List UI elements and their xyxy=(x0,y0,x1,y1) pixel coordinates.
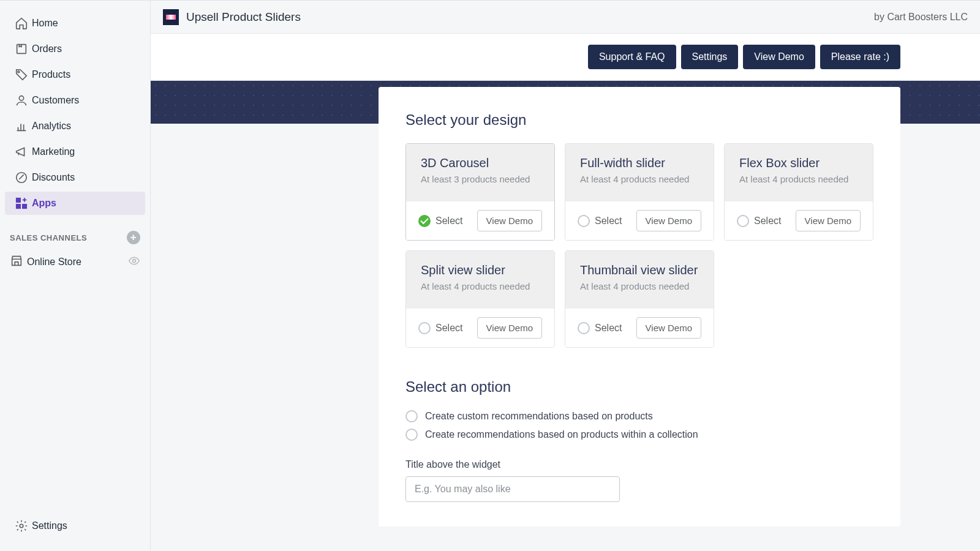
svg-point-7 xyxy=(133,260,136,263)
channel-label: Online Store xyxy=(27,257,81,268)
svg-point-2 xyxy=(19,96,23,100)
nav-label: Products xyxy=(32,69,70,80)
design-subtitle: At least 3 products needed xyxy=(421,174,540,184)
nav-label: Customers xyxy=(32,95,79,106)
design-title: Thumbnail view slider xyxy=(580,263,699,277)
nav-customers[interactable]: Customers xyxy=(5,89,145,112)
select-label: Select xyxy=(754,216,781,227)
select-label: Select xyxy=(435,323,462,334)
design-grid: 3D Carousel At least 3 products needed S… xyxy=(405,143,873,348)
option-label: Create recommendations based on products… xyxy=(425,429,698,440)
svg-point-1 xyxy=(18,71,20,73)
radio-icon xyxy=(578,322,590,334)
nav-label: Analytics xyxy=(32,121,71,132)
design-title: 3D Carousel xyxy=(421,156,540,170)
nav-marketing[interactable]: Marketing xyxy=(5,140,145,163)
channel-online-store[interactable]: Online Store xyxy=(0,249,150,275)
main-card: Select your design 3D Carousel At least … xyxy=(379,87,900,527)
app-title: Upsell Product Sliders xyxy=(186,10,301,24)
chart-icon xyxy=(15,119,32,133)
view-demo-button[interactable]: View Demo xyxy=(477,317,542,339)
orders-icon xyxy=(15,42,32,56)
rate-button[interactable]: Please rate :) xyxy=(820,45,900,69)
settings-button[interactable]: Settings xyxy=(681,45,739,69)
design-subtitle: At least 4 products needed xyxy=(580,174,699,184)
main: Upsell Product Sliders by Cart Boosters … xyxy=(151,1,980,551)
radio-icon xyxy=(405,429,418,441)
svg-rect-5 xyxy=(17,204,20,208)
select-radio[interactable]: Select xyxy=(578,215,622,227)
nav-label: Marketing xyxy=(32,146,75,157)
design-card-3d-carousel: 3D Carousel At least 3 products needed S… xyxy=(405,143,555,241)
sales-channels-header: SALES CHANNELS + xyxy=(0,226,150,249)
nav-label: Settings xyxy=(32,520,67,531)
view-demo-button[interactable]: View Demo xyxy=(796,210,861,231)
home-icon xyxy=(15,17,32,30)
option-label: Create custom recommendations based on p… xyxy=(425,411,653,422)
design-title: Split view slider xyxy=(421,263,540,277)
support-button[interactable]: Support & FAQ xyxy=(588,45,676,69)
nav-analytics[interactable]: Analytics xyxy=(5,114,145,138)
select-label: Select xyxy=(435,216,462,227)
preview-store-button[interactable] xyxy=(128,255,140,269)
radio-icon xyxy=(405,410,418,422)
select-label: Select xyxy=(595,323,622,334)
nav-label: Discounts xyxy=(32,172,75,183)
app-byline: by Cart Boosters LLC xyxy=(874,12,968,23)
select-radio[interactable]: Select xyxy=(418,322,462,334)
view-demo-button[interactable]: View Demo xyxy=(477,210,542,231)
svg-point-8 xyxy=(20,524,23,528)
design-card-full-width: Full-width slider At least 4 products ne… xyxy=(565,143,714,241)
discount-icon xyxy=(15,171,32,184)
option-custom-products[interactable]: Create custom recommendations based on p… xyxy=(405,410,873,422)
svg-rect-4 xyxy=(17,198,20,202)
sidebar: Home Orders Products Customers Analytics… xyxy=(0,1,151,551)
action-bar: Support & FAQ Settings View Demo Please … xyxy=(151,34,980,81)
design-card-split-view: Split view slider At least 4 products ne… xyxy=(405,250,555,348)
megaphone-icon xyxy=(15,145,32,159)
radio-icon xyxy=(737,215,749,227)
tag-icon xyxy=(15,68,32,81)
select-radio[interactable]: Select xyxy=(578,322,622,334)
design-subtitle: At least 4 products needed xyxy=(421,281,540,291)
svg-rect-6 xyxy=(23,204,26,208)
design-title: Full-width slider xyxy=(580,156,699,170)
radio-icon xyxy=(578,215,590,227)
select-radio[interactable]: Select xyxy=(418,215,462,227)
person-icon xyxy=(15,94,32,107)
design-subtitle: At least 4 products needed xyxy=(580,281,699,291)
gear-icon xyxy=(15,519,32,533)
view-demo-button[interactable]: View Demo xyxy=(743,45,815,69)
app-logo xyxy=(163,9,179,25)
options-heading: Select an option xyxy=(405,378,873,395)
title-field-label: Title above the widget xyxy=(405,459,873,470)
view-demo-button[interactable]: View Demo xyxy=(636,210,701,231)
nav-products[interactable]: Products xyxy=(5,63,145,86)
store-icon xyxy=(10,254,27,270)
nav-orders[interactable]: Orders xyxy=(5,37,145,61)
nav-label: Orders xyxy=(32,43,62,54)
section-label: SALES CHANNELS xyxy=(10,233,87,242)
nav-label: Home xyxy=(32,18,58,29)
design-heading: Select your design xyxy=(405,111,873,129)
select-radio[interactable]: Select xyxy=(737,215,781,227)
radio-icon xyxy=(418,322,431,334)
add-channel-button[interactable]: + xyxy=(127,231,140,244)
nav-home[interactable]: Home xyxy=(5,12,145,35)
view-demo-button[interactable]: View Demo xyxy=(636,317,701,339)
design-subtitle: At least 4 products needed xyxy=(739,174,858,184)
nav-discounts[interactable]: Discounts xyxy=(5,166,145,189)
nav-apps[interactable]: Apps xyxy=(5,192,145,215)
nav-label: Apps xyxy=(32,198,56,209)
nav-settings[interactable]: Settings xyxy=(5,514,145,538)
select-label: Select xyxy=(595,216,622,227)
radio-checked-icon xyxy=(418,215,431,227)
app-header: Upsell Product Sliders by Cart Boosters … xyxy=(151,1,980,34)
design-card-flex-box: Flex Box slider At least 4 products need… xyxy=(724,143,873,241)
option-collection[interactable]: Create recommendations based on products… xyxy=(405,429,873,441)
apps-icon xyxy=(15,197,32,210)
design-title: Flex Box slider xyxy=(739,156,858,170)
design-card-thumbnail-view: Thumbnail view slider At least 4 product… xyxy=(565,250,714,348)
widget-title-input[interactable] xyxy=(405,476,620,502)
